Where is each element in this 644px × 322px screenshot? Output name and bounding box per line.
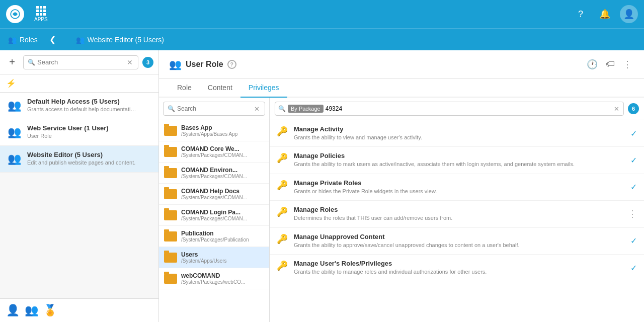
pkg-folder-icon xyxy=(164,231,177,242)
pkg-name: webCOMAND xyxy=(181,272,264,279)
sidebar-item-web-service[interactable]: 👥 Web Service User (1 User) User Role xyxy=(0,119,158,146)
tab-role[interactable]: Role xyxy=(169,78,200,98)
pkg-folder-icon xyxy=(164,274,177,284)
priv-check-icon[interactable]: ✓ xyxy=(630,263,637,273)
content-header-actions: 🕐 🏷 ⋮ xyxy=(585,57,634,72)
web-service-icon: 👥 xyxy=(6,124,22,140)
pkg-item-webcomand[interactable]: webCOMAND /System/Packages/webCO... xyxy=(159,268,269,289)
privileges-search-icon: 🔍 xyxy=(278,105,286,112)
priv-item-manage-unapproved: 🔑 Manage Unapproved Content Grants the a… xyxy=(270,228,644,255)
sidebar-search-box: 🔍 ✕ xyxy=(23,55,138,69)
pkg-name: COMAND Help Docs xyxy=(181,188,264,195)
priv-desc: Determines the roles that THIS user can … xyxy=(294,214,624,222)
collapse-sidebar-button[interactable]: ❮ xyxy=(44,31,62,49)
by-package-tag[interactable]: By Package xyxy=(288,105,324,113)
user-avatar[interactable]: 👤 xyxy=(620,5,638,23)
website-editor-list-icon: 👥 xyxy=(6,151,22,167)
tab-privileges[interactable]: Privileges xyxy=(240,78,287,98)
pkg-folder-icon xyxy=(164,189,177,199)
pkg-item-users[interactable]: Users /System/Apps/Users xyxy=(159,247,269,268)
pkg-path: /System/Packages/COMAN... xyxy=(181,174,257,179)
priv-desc: Grants the ability to view and manage us… xyxy=(294,134,626,141)
apps-grid-icon xyxy=(36,6,46,16)
badge-icon[interactable]: 🏅 xyxy=(43,304,57,317)
pkg-item-bases-app[interactable]: Bases App /System/Apps/Bases App xyxy=(159,120,269,141)
packages-search-input[interactable] xyxy=(177,105,253,112)
current-role-title: Website Editor (5 Users) xyxy=(88,36,164,44)
roles-icon: 👥 xyxy=(8,36,17,44)
web-service-title: Web Service User (1 User) xyxy=(27,124,152,132)
sidebar-item-website-editor[interactable]: 👥 Website Editor (5 Users) Edit and publ… xyxy=(0,146,158,173)
user-role-icon: 👥 xyxy=(169,58,182,70)
pkg-item-comand-environ[interactable]: COMAND Environ... /System/Packages/COMAN… xyxy=(159,163,269,184)
roles-section: 👥 Roles xyxy=(8,36,38,44)
logo[interactable] xyxy=(6,5,24,23)
default-help-title: Default Help Access (5 Users) xyxy=(27,98,152,105)
web-service-desc: User Role xyxy=(27,133,138,139)
priv-item-manage-policies: 🔑 Manage Policies Grants the ability to … xyxy=(270,147,644,174)
pkg-item-comand-core[interactable]: COMAND Core We... /System/Packages/COMAN… xyxy=(159,141,269,163)
content-tabs: Role Content Privileges xyxy=(159,78,644,98)
notifications-button[interactable]: 🔔 xyxy=(596,5,614,23)
privileges-search-input[interactable] xyxy=(326,105,613,112)
packages-search-clear[interactable]: ✕ xyxy=(253,105,261,113)
filter-icon[interactable]: ⚡ xyxy=(6,78,16,88)
sidebar-search-clear[interactable]: ✕ xyxy=(126,58,134,66)
key-icon: 🔑 xyxy=(277,233,289,246)
history-icon[interactable]: 🕐 xyxy=(585,57,600,72)
pkg-path: /System/Apps/Bases App xyxy=(181,131,257,137)
website-editor-icon: 👥 xyxy=(76,36,85,44)
pkg-name: COMAND Environ... xyxy=(181,167,264,174)
sidebar-toolbar: + 🔍 ✕ 3 xyxy=(0,50,158,74)
content-title: User Role xyxy=(186,60,223,69)
priv-check-icon[interactable]: ✓ xyxy=(630,236,637,246)
help-button[interactable]: ? xyxy=(572,5,590,23)
priv-item-manage-activity: 🔑 Manage Activity Grants the ability to … xyxy=(270,120,644,147)
privileges-area: 🔍 ✕ Bases App /System/Apps/Bases App xyxy=(159,98,644,322)
tab-content[interactable]: Content xyxy=(200,78,240,98)
sidebar-item-default-help[interactable]: 👥 Default Help Access (5 Users) Grants a… xyxy=(0,93,158,119)
apps-button[interactable]: APPS xyxy=(30,4,52,24)
default-help-desc: Grants access to default help documentat… xyxy=(27,106,138,112)
pkg-path: /System/Packages/COMAN... xyxy=(181,195,257,200)
group-icon[interactable]: 👥 xyxy=(25,304,38,317)
pkg-path: /System/Packages/webCO... xyxy=(181,279,257,285)
key-icon: 🔑 xyxy=(277,180,289,192)
key-icon: 🔑 xyxy=(277,152,289,165)
sidebar-search-input[interactable] xyxy=(37,58,126,66)
priv-check-icon[interactable]: ✓ xyxy=(630,182,637,192)
person-icon[interactable]: 👤 xyxy=(6,304,20,317)
priv-check-icon[interactable]: ✓ xyxy=(630,155,637,165)
pkg-folder-icon xyxy=(164,147,177,157)
privileges-search-bar: 🔍 By Package ✕ 6 xyxy=(270,98,644,120)
packages-list: Bases App /System/Apps/Bases App COMAND … xyxy=(159,120,269,322)
priv-desc: Grants the ability to mark users as acti… xyxy=(294,160,626,168)
packages-search-bar: 🔍 ✕ xyxy=(159,98,269,120)
key-icon: 🔑 xyxy=(277,260,289,272)
add-role-button[interactable]: + xyxy=(5,55,19,69)
more-options-icon[interactable]: ⋮ xyxy=(621,57,634,72)
priv-title: Manage Activity xyxy=(294,125,626,133)
website-editor-title: Website Editor (5 Users) xyxy=(27,151,152,158)
pkg-name: Bases App xyxy=(181,124,264,131)
pkg-path: /System/Packages/Publication xyxy=(181,237,257,243)
priv-check-icon[interactable]: ✓ xyxy=(630,129,637,138)
sidebar-bottom-bar: 👤 👥 🏅 xyxy=(0,298,158,322)
sidebar-search-icon: 🔍 xyxy=(28,59,35,66)
privileges-search-clear[interactable]: ✕ xyxy=(613,105,620,113)
pkg-item-publication[interactable]: Publication /System/Packages/Publication xyxy=(159,226,269,247)
tag-icon[interactable]: 🏷 xyxy=(604,57,617,72)
priv-title: Manage User's Roles/Privileges xyxy=(294,260,626,267)
priv-item-manage-user-roles: 🔑 Manage User's Roles/Privileges Grants … xyxy=(270,255,644,281)
pkg-item-comand-login[interactable]: COMAND Login Pa... /System/Packages/COMA… xyxy=(159,205,269,226)
sidebar: + 🔍 ✕ 3 ⚡ 👥 Default Help Access (5 Users… xyxy=(0,50,159,322)
apps-label: APPS xyxy=(34,17,48,22)
priv-title: Manage Unapproved Content xyxy=(294,233,626,240)
priv-dots-menu[interactable]: ⋮ xyxy=(628,208,637,219)
content-help-icon[interactable]: ? xyxy=(227,60,236,69)
privileges-panel: 🔍 By Package ✕ 6 🔑 Manage Activity Grant… xyxy=(270,98,644,322)
content-title-group: 👥 User Role ? xyxy=(169,58,585,70)
packages-panel: 🔍 ✕ Bases App /System/Apps/Bases App xyxy=(159,98,270,322)
pkg-name: COMAND Login Pa... xyxy=(181,209,264,216)
pkg-item-comand-help[interactable]: COMAND Help Docs /System/Packages/COMAN.… xyxy=(159,184,269,205)
